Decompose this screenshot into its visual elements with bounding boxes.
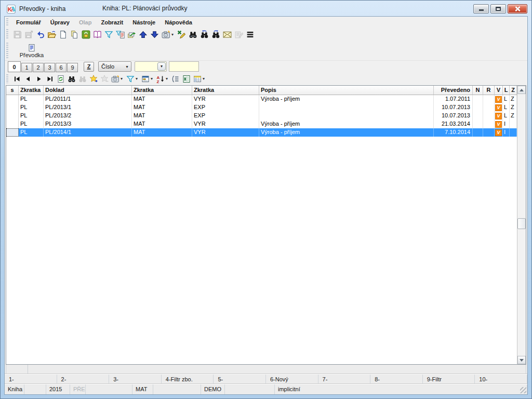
filter-tab[interactable]: 9 bbox=[67, 63, 78, 72]
menu-item[interactable]: Úpravy bbox=[46, 18, 74, 27]
function-key[interactable]: 7- bbox=[318, 375, 371, 384]
toolbar-grip[interactable] bbox=[6, 43, 8, 59]
menu-list-button[interactable] bbox=[244, 29, 256, 40]
z-button[interactable]: Z bbox=[84, 62, 94, 72]
column-header[interactable]: Popis bbox=[259, 86, 434, 95]
sort-dropdown-arrow[interactable]: ▾ bbox=[166, 76, 168, 81]
open-button[interactable] bbox=[46, 29, 57, 40]
minimize-button[interactable] bbox=[473, 4, 489, 14]
filter-tab[interactable]: 6 bbox=[56, 63, 66, 72]
excel-export-button[interactable] bbox=[181, 74, 192, 84]
function-key[interactable]: 4-Filtr zbo. bbox=[162, 375, 214, 384]
function-key[interactable]: 9-Filtr bbox=[423, 375, 475, 384]
form-window-button[interactable] bbox=[140, 74, 151, 84]
table-row[interactable]: PL PL/2011/1 MAT VYR Výroba - příjem 1.0… bbox=[6, 95, 526, 103]
column-header[interactable]: Zkratka bbox=[192, 86, 259, 95]
find-button[interactable] bbox=[66, 74, 77, 84]
mail-button[interactable] bbox=[221, 29, 233, 40]
row-selector-cell[interactable] bbox=[6, 103, 19, 112]
function-key[interactable]: 2- bbox=[57, 375, 110, 384]
maximize-button[interactable] bbox=[490, 4, 506, 14]
book-button[interactable] bbox=[91, 29, 103, 40]
move-down-button[interactable] bbox=[149, 29, 160, 40]
refresh-button[interactable] bbox=[55, 74, 66, 84]
lookup-combo[interactable]: ▾ bbox=[135, 61, 167, 72]
function-key[interactable]: 8- bbox=[370, 375, 423, 384]
toolbar-grip[interactable] bbox=[6, 18, 8, 26]
list-button[interactable] bbox=[170, 74, 181, 84]
column-header[interactable]: s bbox=[6, 86, 19, 95]
filter-tab[interactable]: 0 bbox=[8, 61, 21, 72]
function-key[interactable]: 1- bbox=[5, 375, 57, 384]
prevodka-button[interactable]: Převodka bbox=[16, 42, 48, 60]
sort-field-select[interactable]: Číslo ▾ bbox=[98, 61, 131, 72]
filter-tab[interactable]: 2 bbox=[33, 63, 44, 72]
column-header[interactable]: V bbox=[495, 86, 503, 95]
nav-previous-button[interactable] bbox=[22, 74, 33, 84]
toolbar-grip[interactable] bbox=[6, 29, 8, 39]
find-next-button[interactable] bbox=[210, 29, 221, 40]
nav-first-button[interactable] bbox=[11, 74, 22, 84]
menu-item[interactable]: Zobrazit bbox=[96, 18, 128, 27]
camera-dropdown-arrow[interactable]: ▾ bbox=[171, 32, 174, 37]
edit-button[interactable] bbox=[233, 29, 244, 40]
resize-grip[interactable] bbox=[520, 387, 526, 393]
undo-button[interactable] bbox=[34, 29, 46, 40]
columns-button[interactable] bbox=[192, 74, 203, 84]
function-key[interactable]: 3- bbox=[109, 375, 162, 384]
bookmark-add-button[interactable] bbox=[88, 74, 99, 84]
filter-dropdown-arrow[interactable]: ▾ bbox=[136, 76, 138, 81]
row-selector-cell[interactable] bbox=[6, 128, 19, 137]
find-next-button[interactable] bbox=[77, 74, 88, 84]
scrollbar-thumb[interactable] bbox=[517, 218, 526, 229]
menu-item[interactable]: Nápověda bbox=[160, 18, 197, 27]
save-special-button[interactable] bbox=[23, 29, 34, 40]
columns-dropdown-arrow[interactable]: ▾ bbox=[203, 76, 205, 81]
export-edit-button[interactable] bbox=[176, 29, 187, 40]
stock-transfer-button[interactable] bbox=[126, 29, 137, 40]
table-row[interactable]: PL PL/2013/2 MAT EXP 10.07.2013 V L Z bbox=[6, 112, 526, 120]
move-up-button[interactable] bbox=[137, 29, 149, 40]
column-header[interactable]: Z bbox=[510, 86, 517, 95]
find-previous-button[interactable] bbox=[198, 29, 210, 40]
close-button[interactable] bbox=[508, 4, 527, 14]
function-key[interactable]: 5- bbox=[214, 375, 266, 384]
lock-button[interactable] bbox=[80, 29, 91, 40]
titlebar[interactable]: K2 Převodky - kniha Kniha: PL: Plánovácí… bbox=[1, 1, 531, 16]
sort-az-button[interactable]: AZ bbox=[155, 74, 166, 84]
camera-dropdown-arrow[interactable]: ▾ bbox=[121, 76, 123, 81]
toolbar-grip[interactable] bbox=[6, 74, 8, 83]
column-header[interactable]: L bbox=[503, 86, 510, 95]
camera-button[interactable] bbox=[160, 29, 171, 40]
vertical-scrollbar[interactable] bbox=[517, 86, 526, 364]
column-header[interactable]: N bbox=[473, 86, 483, 95]
scroll-down-button[interactable] bbox=[517, 356, 526, 364]
menu-item[interactable]: Olap bbox=[74, 18, 96, 27]
filter-button[interactable] bbox=[125, 74, 136, 84]
menu-item[interactable]: Nástroje bbox=[128, 18, 160, 27]
filter-input[interactable] bbox=[169, 61, 199, 72]
row-selector-cell[interactable] bbox=[6, 112, 19, 120]
form-window-dropdown-arrow[interactable]: ▾ bbox=[151, 76, 153, 81]
menu-item[interactable]: Formulář bbox=[11, 18, 46, 27]
filter-tab[interactable]: 3 bbox=[44, 63, 55, 72]
table-row[interactable]: PL PL/2013/1 MAT EXP 10.07.2013 V L Z bbox=[6, 103, 526, 112]
column-header[interactable]: Převedeno bbox=[434, 86, 473, 95]
column-header[interactable]: R bbox=[483, 86, 495, 95]
scroll-up-button[interactable] bbox=[517, 86, 526, 94]
filter-button[interactable] bbox=[103, 29, 114, 40]
column-header[interactable]: Zkratka bbox=[132, 86, 192, 95]
row-selector-cell[interactable] bbox=[6, 120, 19, 128]
find-button[interactable] bbox=[187, 29, 198, 40]
nav-last-button[interactable] bbox=[44, 74, 55, 84]
table-row[interactable]: PL PL/2013/3 MAT VYR Výroba - příjem 21.… bbox=[6, 120, 526, 128]
function-key[interactable]: 10- bbox=[475, 375, 527, 384]
table-row[interactable]: PL PL/2014/1 MAT VYR Výroba - příjem 7.1… bbox=[6, 128, 526, 137]
new-document-button[interactable] bbox=[57, 29, 69, 40]
nav-next-button[interactable] bbox=[33, 74, 44, 84]
copy-button[interactable] bbox=[69, 29, 80, 40]
row-selector-cell[interactable] bbox=[6, 95, 19, 103]
bookmark-remove-button[interactable] bbox=[99, 74, 110, 84]
save-button[interactable] bbox=[11, 29, 23, 40]
camera-button[interactable] bbox=[110, 74, 121, 84]
